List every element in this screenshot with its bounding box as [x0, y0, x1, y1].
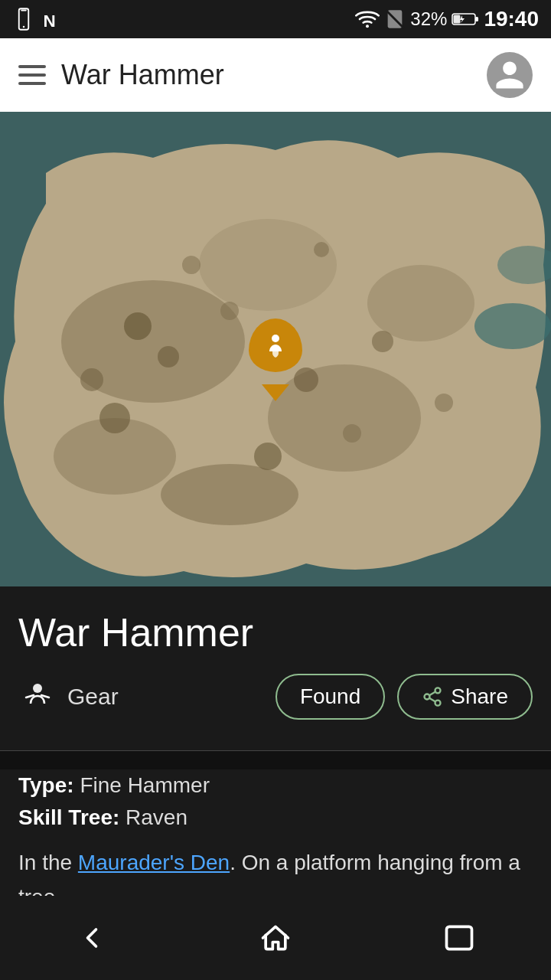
- svg-point-37: [425, 694, 430, 700]
- svg-rect-9: [454, 15, 461, 24]
- svg-point-36: [435, 688, 441, 693]
- pin-gear-icon: [260, 330, 291, 361]
- found-button[interactable]: Found: [276, 674, 385, 720]
- svg-point-20: [124, 312, 152, 340]
- svg-line-40: [429, 692, 435, 696]
- skill-tree-label: Skill Tree:: [18, 805, 119, 829]
- svg-point-17: [161, 464, 298, 525]
- nfc-icon: N: [41, 8, 64, 31]
- hamburger-menu-button[interactable]: [18, 65, 46, 85]
- svg-point-31: [435, 394, 453, 412]
- svg-point-24: [343, 424, 361, 443]
- phone-icon: [12, 8, 35, 31]
- location-link[interactable]: Maurader's Den: [78, 851, 230, 874]
- app-bar-title: War Hammer: [61, 59, 471, 91]
- svg-point-38: [435, 701, 441, 706]
- profile-icon: [493, 58, 527, 92]
- battery-icon: [452, 11, 479, 27]
- item-title: War Hammer: [18, 609, 533, 655]
- svg-point-16: [367, 265, 474, 341]
- svg-point-27: [254, 443, 282, 470]
- share-button[interactable]: Share: [397, 674, 533, 720]
- recents-button[interactable]: [412, 909, 507, 967]
- svg-point-30: [80, 368, 103, 391]
- status-bar: N 32% 19:40: [0, 0, 551, 38]
- wifi-icon: [355, 8, 380, 30]
- svg-point-21: [158, 346, 179, 368]
- svg-point-29: [314, 242, 329, 257]
- map-pin-body: [249, 318, 302, 372]
- back-icon: [75, 921, 109, 955]
- svg-point-25: [99, 403, 130, 433]
- location-text-prefix: In the: [18, 851, 78, 874]
- svg-point-32: [272, 335, 279, 342]
- svg-point-14: [199, 219, 337, 311]
- navigation-bar: [0, 896, 551, 980]
- map-pin[interactable]: [249, 318, 302, 387]
- share-label: Share: [451, 684, 508, 709]
- item-meta-row: Gear Found Share: [18, 674, 533, 720]
- info-panel: War Hammer Gear Found: [0, 586, 551, 750]
- svg-point-4: [366, 24, 369, 28]
- home-icon: [259, 921, 292, 955]
- share-icon: [422, 686, 443, 707]
- skill-tree-value: Raven: [126, 805, 187, 829]
- gear-icon: [18, 678, 57, 716]
- svg-point-33: [33, 684, 42, 693]
- map-pin-tip: [262, 384, 289, 401]
- svg-marker-10: [460, 15, 465, 23]
- svg-rect-1: [21, 10, 27, 11]
- action-buttons: Found Share: [276, 674, 533, 720]
- item-category: Gear: [18, 678, 119, 716]
- status-time: 19:40: [484, 7, 539, 31]
- status-left: N: [12, 8, 64, 31]
- app-bar: War Hammer: [0, 38, 551, 112]
- gear-icon-wrap: [18, 678, 57, 716]
- svg-line-39: [429, 698, 435, 702]
- profile-button[interactable]: [487, 52, 533, 98]
- svg-rect-41: [447, 926, 472, 949]
- svg-point-22: [220, 302, 239, 320]
- battery-percentage: 32%: [410, 8, 447, 30]
- svg-point-26: [372, 331, 393, 352]
- svg-point-28: [182, 256, 201, 274]
- section-divider: [0, 750, 551, 751]
- type-label: Type:: [18, 773, 74, 797]
- svg-point-18: [474, 303, 551, 349]
- svg-text:N: N: [44, 11, 56, 31]
- svg-point-2: [23, 26, 25, 28]
- type-row: Type: Fine Hammer Skill Tree: Raven: [18, 769, 533, 834]
- back-button[interactable]: [44, 909, 139, 967]
- category-label: Gear: [67, 684, 119, 710]
- sim-icon: [384, 8, 406, 30]
- type-value: Fine Hammer: [80, 773, 210, 797]
- map-view[interactable]: [0, 112, 551, 586]
- recents-icon: [442, 921, 476, 955]
- status-right: 32% 19:40: [355, 7, 539, 31]
- home-button[interactable]: [228, 909, 323, 967]
- svg-rect-8: [475, 17, 478, 21]
